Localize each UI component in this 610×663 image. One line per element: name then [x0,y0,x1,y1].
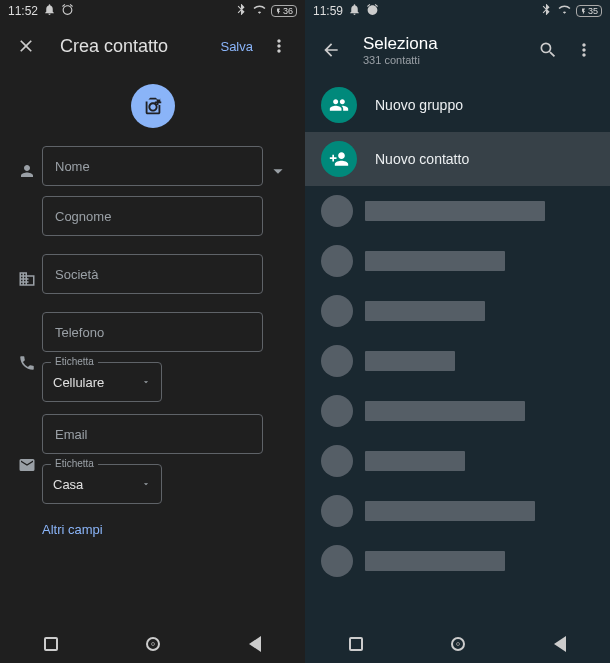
phone-icon [12,354,42,372]
status-time: 11:59 [313,4,343,18]
search-icon[interactable] [530,32,566,68]
email-input[interactable]: Email [42,414,263,454]
contact-name-placeholder [365,251,505,271]
page-title: Crea contatto [44,36,212,57]
new-contact-row[interactable]: Nuovo contatto [305,132,610,186]
surname-input[interactable]: Cognome [42,196,263,236]
phone-label-select[interactable]: Etichetta Cellulare [42,362,162,402]
contact-name-placeholder [365,451,465,471]
battery-indicator: 36 [271,5,297,17]
email-label-select[interactable]: Etichetta Casa [42,464,162,504]
contact-row[interactable] [305,436,610,486]
contact-avatar [321,195,353,227]
contact-avatar [321,495,353,527]
nav-back-button[interactable] [249,636,261,652]
select-contact-screen: 11:59 35 Seleziona 331 contatti Nuovo gr… [305,0,610,663]
contact-avatar [321,245,353,277]
contact-row[interactable] [305,236,610,286]
nav-back-button[interactable] [554,636,566,652]
contact-avatar [321,395,353,427]
contact-row[interactable] [305,186,610,236]
nav-home-button[interactable] [146,637,160,651]
wifi-icon [253,3,266,19]
new-contact-label: Nuovo contatto [375,151,469,167]
contact-row[interactable] [305,336,610,386]
status-time: 11:52 [8,4,38,18]
new-group-label: Nuovo gruppo [375,97,463,113]
dropdown-icon [141,479,151,489]
more-icon[interactable] [261,28,297,64]
phone-label-value: Cellulare [53,375,104,390]
phone-label-caption: Etichetta [51,356,98,367]
contact-name-placeholder [365,501,535,521]
alarm-icon [61,3,74,19]
back-icon[interactable] [313,32,349,68]
contact-form: Nome Cognome Società Telefono E [0,146,305,537]
alarm-icon [366,3,379,19]
app-bar: Crea contatto Salva [0,22,305,70]
contact-name-placeholder [365,551,505,571]
phone-input[interactable]: Telefono [42,312,263,352]
app-bar: Seleziona 331 contatti [305,22,610,78]
wifi-icon [558,3,571,19]
nav-home-button[interactable] [451,637,465,651]
group-icon [321,87,357,123]
contact-name-placeholder [365,351,455,371]
contact-name-placeholder [365,201,545,221]
bluetooth-icon [235,3,248,19]
contact-avatar [321,295,353,327]
status-bar: 11:52 36 [0,0,305,22]
avatar-section [0,70,305,146]
contact-row[interactable] [305,536,610,586]
email-label-value: Casa [53,477,83,492]
more-icon[interactable] [566,32,602,68]
create-contact-screen: 11:52 36 Crea contatto Salva Nome [0,0,305,663]
nav-recent-button[interactable] [44,637,58,651]
close-icon[interactable] [8,28,44,64]
contact-avatar [321,545,353,577]
company-input[interactable]: Società [42,254,263,294]
new-group-row[interactable]: Nuovo gruppo [305,78,610,132]
add-photo-button[interactable] [131,84,175,128]
nav-bar [305,625,610,663]
nav-recent-button[interactable] [349,637,363,651]
dropdown-icon [141,377,151,387]
save-button[interactable]: Salva [212,39,261,54]
email-label-caption: Etichetta [51,458,98,469]
contact-row[interactable] [305,386,610,436]
expand-name-button[interactable] [263,160,293,182]
add-person-icon [321,141,357,177]
dnd-icon [43,3,56,19]
email-icon [12,456,42,474]
nav-bar [0,625,305,663]
page-title: Seleziona [363,34,530,54]
contact-name-placeholder [365,301,485,321]
contact-avatar [321,445,353,477]
contact-avatar [321,345,353,377]
contact-row[interactable] [305,286,610,336]
person-icon [12,162,42,180]
dnd-icon [348,3,361,19]
contact-list [305,186,610,586]
status-bar: 11:59 35 [305,0,610,22]
contacts-count: 331 contatti [363,54,530,66]
contact-row[interactable] [305,486,610,536]
company-icon [12,270,42,288]
contact-name-placeholder [365,401,525,421]
bluetooth-icon [540,3,553,19]
battery-indicator: 35 [576,5,602,17]
name-input[interactable]: Nome [42,146,263,186]
more-fields-button[interactable]: Altri campi [12,516,293,537]
